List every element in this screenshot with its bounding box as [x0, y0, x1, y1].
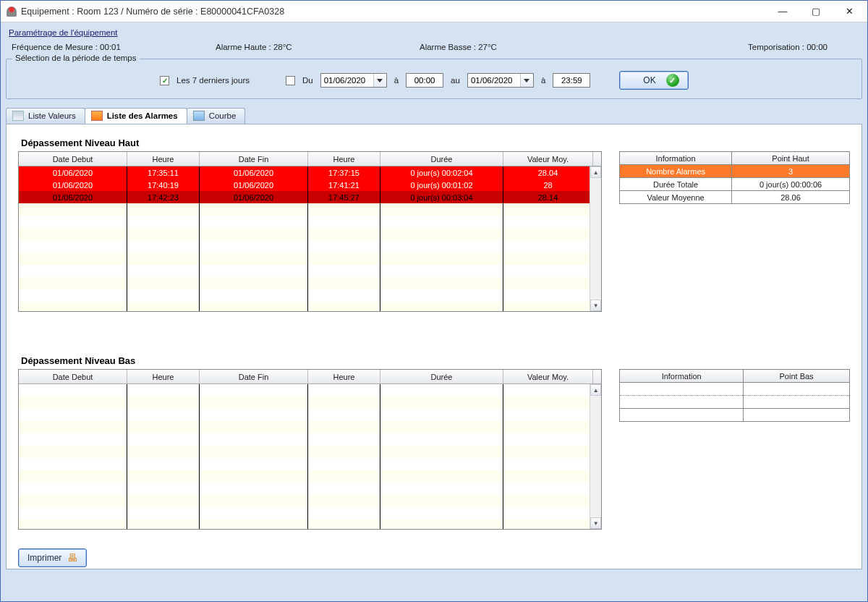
equipment-settings-link[interactable]: Paramétrage de l'équipement — [9, 28, 862, 37]
tab-values-label: Liste Valeurs — [28, 111, 76, 120]
col-duree[interactable]: Durée — [380, 370, 503, 383]
summary-col-point-haut[interactable]: Point Haut — [732, 152, 850, 165]
last7days-checkbox[interactable] — [160, 76, 169, 85]
low-section-title: Dépassement Niveau Bas — [21, 355, 850, 366]
summary-col-point-bas[interactable]: Point Bas — [744, 370, 850, 383]
summary-col-info[interactable]: Information — [620, 370, 744, 383]
summary-row-empty — [620, 409, 850, 422]
close-button[interactable]: ✕ — [833, 1, 866, 22]
col-duree[interactable]: Durée — [380, 152, 503, 166]
time-period-row: Les 7 derniers jours Du à au à — [15, 71, 853, 90]
minimize-button[interactable]: — — [766, 1, 799, 22]
col-heure-debut[interactable]: Heure — [127, 370, 200, 383]
print-button-label: Imprimer — [27, 553, 61, 563]
summary-row-empty — [620, 396, 850, 409]
to-date-input[interactable] — [468, 75, 520, 85]
high-grid-header: Date Debut Heure Date Fin Heure Durée Va… — [19, 152, 601, 166]
print-button[interactable]: Imprimer 🖶 — [18, 548, 87, 567]
low-grid-stripes — [19, 384, 590, 529]
tab-chart[interactable]: Courbe — [187, 108, 246, 124]
list-icon — [12, 111, 24, 121]
chevron-down-icon — [524, 79, 529, 82]
alarm-icon — [91, 111, 103, 121]
high-grid-scrollbar[interactable]: ▲ ▼ — [590, 166, 601, 311]
ok-button-label: OK — [643, 75, 655, 85]
col-date-fin[interactable]: Date Fin — [200, 370, 308, 383]
high-alarm-label: Alarme Haute : 28°C — [216, 43, 420, 51]
high-grid-body: 01/06/202017:35:1101/06/202017:37:150 jo… — [19, 166, 590, 311]
col-date-fin[interactable]: Date Fin — [200, 152, 308, 166]
low-grid-header: Date Debut Heure Date Fin Heure Durée Va… — [19, 370, 601, 384]
au-label: au — [451, 76, 460, 85]
tab-values[interactable]: Liste Valeurs — [6, 108, 85, 124]
check-circle-icon: ✓ — [666, 74, 679, 87]
chart-icon — [193, 111, 205, 121]
client-area: Paramétrage de l'équipement Fréquence de… — [1, 22, 867, 601]
from-date-dropdown-icon[interactable] — [373, 74, 386, 87]
last7days-label: Les 7 derniers jours — [176, 76, 250, 85]
time-period-legend: Sélection de la période de temps — [12, 54, 140, 62]
maximize-button[interactable]: ▢ — [799, 1, 833, 22]
low-grid: Date Debut Heure Date Fin Heure Durée Va… — [18, 369, 602, 530]
from-date-input[interactable] — [321, 75, 373, 85]
a-label-1: à — [394, 76, 399, 85]
summary-row-duree-totale[interactable]: Durée Totale0 jour(s) 00:00:06 — [620, 178, 850, 191]
table-row[interactable]: 01/06/202017:42:2301/06/202017:45:270 jo… — [19, 191, 590, 203]
from-time-input[interactable] — [406, 73, 443, 88]
to-date-combo[interactable] — [467, 73, 534, 88]
low-grid-scrollbar[interactable]: ▲ ▼ — [590, 384, 601, 529]
high-grid-area: Date Debut Heure Date Fin Heure Durée Va… — [18, 151, 850, 312]
to-time-input[interactable] — [553, 73, 590, 88]
low-alarm-label: Alarme Basse : 27°C — [420, 43, 624, 51]
scroll-down-icon[interactable]: ▼ — [590, 300, 601, 311]
col-valeur-moy[interactable]: Valeur Moy. — [503, 152, 593, 166]
col-heure-fin[interactable]: Heure — [308, 370, 380, 383]
col-date-debut[interactable]: Date Debut — [19, 370, 127, 383]
scroll-up-icon[interactable]: ▲ — [590, 384, 601, 396]
delay-label: Temporisation : 00:00 — [624, 43, 856, 51]
summary-row-empty — [620, 383, 850, 396]
time-period-fieldset: Sélection de la période de temps Les 7 d… — [6, 59, 862, 99]
scroll-up-icon[interactable]: ▲ — [590, 166, 601, 178]
summary-row-valeur-moyenne[interactable]: Valeur Moyenne28.06 — [620, 191, 850, 204]
col-heure-debut[interactable]: Heure — [127, 152, 200, 166]
equipment-window: Equipement : Room 123 / Numéro de série … — [0, 0, 868, 602]
summary-row-nombre-alarmes[interactable]: Nombre Alarmes3 — [620, 165, 850, 178]
window-title: Equipement : Room 123 / Numéro de série … — [21, 7, 766, 17]
table-row[interactable]: 01/06/202017:35:1101/06/202017:37:150 jo… — [19, 166, 590, 179]
table-row[interactable]: 01/06/202017:40:1901/06/202017:41:210 jo… — [19, 179, 590, 191]
from-date-combo[interactable] — [320, 73, 387, 88]
high-summary-table: Information Point Haut Nombre Alarmes3 D… — [619, 151, 850, 204]
tab-alarms[interactable]: Liste des Alarmes — [85, 108, 187, 124]
window-controls: — ▢ ✕ — [766, 1, 866, 22]
to-date-dropdown-icon[interactable] — [520, 74, 533, 87]
tab-alarms-label: Liste des Alarmes — [107, 111, 178, 120]
col-date-debut[interactable]: Date Debut — [19, 152, 127, 166]
low-grid-area: Date Debut Heure Date Fin Heure Durée Va… — [18, 369, 850, 530]
tab-chart-label: Courbe — [209, 111, 237, 120]
thermometer-icon — [7, 7, 17, 17]
low-summary-table: Information Point Bas — [619, 369, 850, 422]
from-label: Du — [302, 76, 313, 85]
col-heure-fin[interactable]: Heure — [308, 152, 380, 166]
a-label-2: à — [541, 76, 545, 85]
col-valeur-moy[interactable]: Valeur Moy. — [503, 370, 593, 383]
scroll-down-icon[interactable]: ▼ — [590, 517, 601, 529]
chevron-down-icon — [377, 79, 383, 82]
tab-alarms-body: Dépassement Niveau Haut Date Debut Heure… — [6, 124, 862, 569]
titlebar: Equipement : Room 123 / Numéro de série … — [1, 1, 867, 22]
printer-icon: 🖶 — [67, 552, 77, 564]
measure-frequency-label: Fréquence de Mesure : 00:01 — [12, 43, 216, 51]
high-section-title: Dépassement Niveau Haut — [21, 137, 850, 148]
tabbar: Liste Valeurs Liste des Alarmes Courbe — [6, 105, 862, 124]
custom-range-checkbox[interactable] — [286, 76, 295, 85]
ok-button[interactable]: OK ✓ — [619, 71, 688, 90]
high-grid: Date Debut Heure Date Fin Heure Durée Va… — [18, 151, 602, 312]
summary-col-info[interactable]: Information — [620, 152, 732, 165]
